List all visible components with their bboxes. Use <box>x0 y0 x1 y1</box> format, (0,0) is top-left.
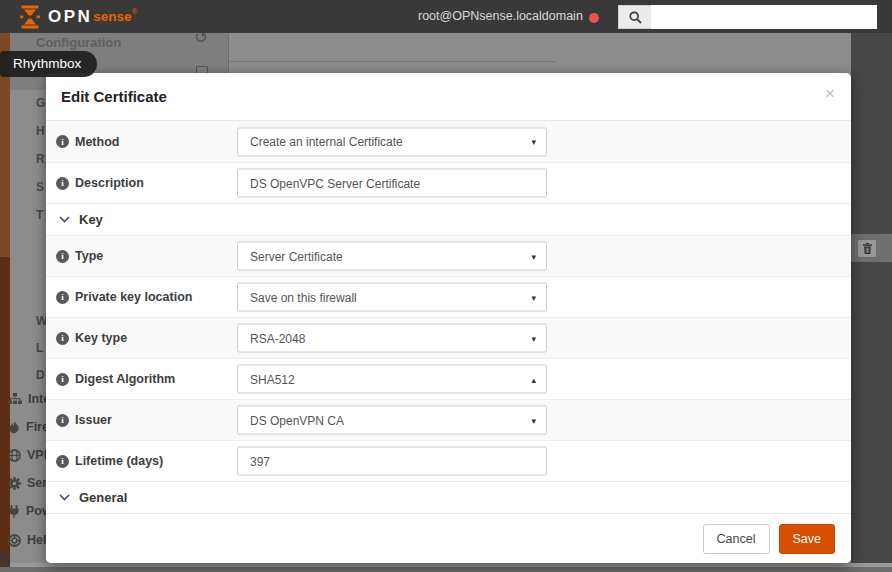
global-search <box>618 5 877 29</box>
field-label: Key type <box>75 331 127 345</box>
gear-icon <box>8 477 21 490</box>
digest-algorithm-select[interactable]: SHA512▴ <box>237 365 547 394</box>
sidebar-item-fragment: G <box>36 96 45 110</box>
logo-text-opn: OPN <box>48 7 92 27</box>
top-navbar: OPNsense® root@OPNsense.localdomain <box>0 0 892 33</box>
caret-down-icon: ▾ <box>531 251 536 261</box>
sidebar-item-fragment: T <box>36 208 43 222</box>
field-label: Lifetime (days) <box>75 454 163 468</box>
form-row-type: Type Server Certificate▾ <box>46 235 851 276</box>
sidebar-item-firewall[interactable]: Fire <box>8 420 49 434</box>
info-icon[interactable] <box>56 373 69 386</box>
field-label: Issuer <box>75 413 112 427</box>
field-label: Private key location <box>75 290 192 304</box>
trash-icon <box>863 243 872 254</box>
sidebar-item-fragment: D <box>36 368 45 382</box>
form-row-digest-algorithm: Digest Algorithm SHA512▴ <box>46 358 851 399</box>
field-label: Method <box>75 135 119 149</box>
search-icon <box>629 11 642 24</box>
fire-icon <box>8 421 20 434</box>
edit-certificate-dialog: Edit Certificate × Method Create an inte… <box>46 73 851 563</box>
field-label: Digest Algorithm <box>75 372 175 386</box>
logged-in-account[interactable]: root@OPNsense.localdomain <box>418 0 572 33</box>
sidebar-item-label: Hel <box>27 533 46 547</box>
desktop-tooltip-rhythmbox: Rhythmbox <box>0 51 97 77</box>
sitemap-icon <box>8 393 22 405</box>
hourglass-logo-icon <box>18 5 42 29</box>
form-row-method: Method Create an internal Certificate▾ <box>46 121 851 162</box>
search-addon <box>618 5 651 29</box>
type-select[interactable]: Server Certificate▾ <box>237 242 547 271</box>
description-input[interactable] <box>237 169 547 198</box>
screen: Configuration ↺ G H R S T W L D Inte Fir… <box>0 0 892 572</box>
section-header-general[interactable]: General <box>46 481 851 513</box>
sidebar-item-interfaces[interactable]: Inte <box>8 392 50 406</box>
plug-icon <box>8 505 20 518</box>
info-icon[interactable] <box>56 177 69 190</box>
breadcrumb: Configuration <box>36 35 121 50</box>
search-input[interactable] <box>651 5 877 29</box>
sidebar-item-fragment: S <box>36 180 44 194</box>
dialog-title: Edit Certificate <box>61 88 167 105</box>
method-select[interactable]: Create an internal Certificate▾ <box>237 127 547 156</box>
background-table-area <box>851 33 892 563</box>
dialog-header: Edit Certificate × <box>46 73 851 121</box>
caret-up-icon: ▴ <box>531 374 536 384</box>
caret-down-icon: ▾ <box>531 333 536 343</box>
form-row-description: Description <box>46 162 851 203</box>
opnsense-logo[interactable]: OPNsense® <box>18 5 137 29</box>
page-footer-strip <box>0 567 892 572</box>
field-label: Type <box>75 249 103 263</box>
delete-button[interactable] <box>857 239 877 258</box>
info-icon[interactable] <box>56 291 69 304</box>
info-icon[interactable] <box>56 332 69 345</box>
globe-icon <box>8 449 21 462</box>
form-row-private-key-location: Private key location Save on this firewa… <box>46 276 851 317</box>
sidebar-item-fragment: H <box>36 124 45 138</box>
sidebar-item-help[interactable]: Hel <box>8 533 46 547</box>
field-label: Description <box>75 176 144 190</box>
alert-dot-icon[interactable] <box>589 13 599 23</box>
info-icon[interactable] <box>56 250 69 263</box>
life-ring-icon <box>8 534 21 547</box>
private-key-location-select[interactable]: Save on this firewall▾ <box>237 283 547 312</box>
lifetime-input[interactable] <box>237 447 547 476</box>
registered-mark: ® <box>132 8 137 15</box>
info-icon[interactable] <box>56 455 69 468</box>
info-icon[interactable] <box>56 135 69 148</box>
caret-down-icon: ▾ <box>531 292 536 302</box>
dialog-footer: Cancel Save <box>46 513 851 563</box>
save-button[interactable]: Save <box>779 524 836 554</box>
section-header-key[interactable]: Key <box>46 203 851 235</box>
chevron-down-icon <box>59 216 70 223</box>
caret-down-icon: ▾ <box>531 137 536 147</box>
dialog-body: Method Create an internal Certificate▾ D… <box>46 121 851 513</box>
issuer-select[interactable]: DS OpenVPN CA▾ <box>237 406 547 435</box>
logo-text-sense: sense <box>93 9 131 24</box>
divider <box>229 61 556 62</box>
form-row-issuer: Issuer DS OpenVPN CA▾ <box>46 399 851 440</box>
chevron-down-icon <box>59 494 70 501</box>
caret-down-icon: ▾ <box>531 415 536 425</box>
key-type-select[interactable]: RSA-2048▾ <box>237 324 547 353</box>
sidebar-item-fragment: R <box>36 152 45 166</box>
form-row-key-type: Key type RSA-2048▾ <box>46 317 851 358</box>
info-icon[interactable] <box>56 414 69 427</box>
form-row-lifetime: Lifetime (days) <box>46 440 851 481</box>
cancel-button[interactable]: Cancel <box>703 524 770 554</box>
close-icon[interactable]: × <box>825 85 835 102</box>
sidebar-item-fragment: L <box>36 341 43 355</box>
